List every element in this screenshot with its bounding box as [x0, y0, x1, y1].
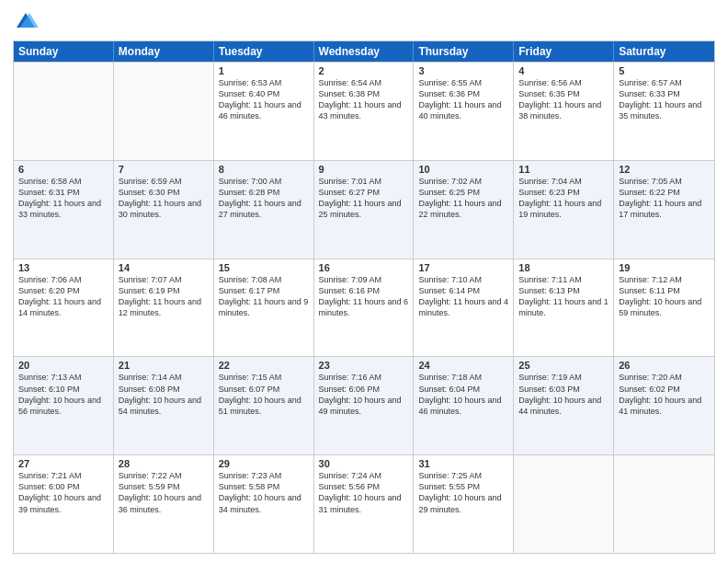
- cell-info: Sunrise: 7:07 AM Sunset: 6:19 PM Dayligh…: [119, 274, 209, 319]
- day-number: 28: [119, 458, 209, 469]
- calendar-cell: 16Sunrise: 7:09 AM Sunset: 6:16 PM Dayli…: [314, 259, 415, 357]
- calendar: SundayMondayTuesdayWednesdayThursdayFrid…: [13, 40, 715, 554]
- day-number: 23: [319, 360, 409, 371]
- calendar-cell: 22Sunrise: 7:15 AM Sunset: 6:07 PM Dayli…: [214, 357, 314, 454]
- day-number: 16: [319, 262, 409, 273]
- cell-info: Sunrise: 7:18 AM Sunset: 6:04 PM Dayligh…: [418, 372, 508, 417]
- calendar-cell: 21Sunrise: 7:14 AM Sunset: 6:08 PM Dayli…: [114, 357, 214, 454]
- calendar-cell: 1Sunrise: 6:53 AM Sunset: 6:40 PM Daylig…: [214, 63, 314, 160]
- calendar-cell: 7Sunrise: 6:59 AM Sunset: 6:30 PM Daylig…: [114, 161, 214, 259]
- cell-info: Sunrise: 7:23 AM Sunset: 5:58 PM Dayligh…: [219, 470, 309, 515]
- calendar-cell: 20Sunrise: 7:13 AM Sunset: 6:10 PM Dayli…: [14, 357, 114, 454]
- day-number: 8: [219, 164, 309, 175]
- calendar-cell: 5Sunrise: 6:57 AM Sunset: 6:33 PM Daylig…: [614, 63, 714, 160]
- day-number: 21: [119, 360, 209, 371]
- cell-info: Sunrise: 7:11 AM Sunset: 6:13 PM Dayligh…: [518, 274, 609, 319]
- weekday-header: Thursday: [414, 41, 514, 62]
- day-number: 15: [219, 262, 309, 273]
- calendar-cell: 24Sunrise: 7:18 AM Sunset: 6:04 PM Dayli…: [414, 357, 514, 454]
- calendar-body: 1Sunrise: 6:53 AM Sunset: 6:40 PM Daylig…: [14, 62, 714, 553]
- calendar-cell: 26Sunrise: 7:20 AM Sunset: 6:02 PM Dayli…: [614, 357, 714, 454]
- calendar-cell: 29Sunrise: 7:23 AM Sunset: 5:58 PM Dayli…: [214, 455, 314, 553]
- cell-info: Sunrise: 6:55 AM Sunset: 6:36 PM Dayligh…: [418, 77, 508, 122]
- cell-info: Sunrise: 7:06 AM Sunset: 6:20 PM Dayligh…: [18, 274, 108, 319]
- calendar-cell: 23Sunrise: 7:16 AM Sunset: 6:06 PM Dayli…: [314, 357, 415, 454]
- calendar-cell: 11Sunrise: 7:04 AM Sunset: 6:23 PM Dayli…: [514, 161, 614, 259]
- weekday-header: Wednesday: [314, 41, 415, 62]
- cell-info: Sunrise: 7:16 AM Sunset: 6:06 PM Dayligh…: [319, 372, 409, 417]
- calendar-row: 13Sunrise: 7:06 AM Sunset: 6:20 PM Dayli…: [14, 259, 714, 357]
- weekday-header: Saturday: [614, 41, 714, 62]
- cell-info: Sunrise: 7:05 AM Sunset: 6:22 PM Dayligh…: [619, 176, 710, 221]
- logo-icon: [13, 9, 39, 35]
- calendar-cell: 30Sunrise: 7:24 AM Sunset: 5:56 PM Dayli…: [314, 455, 415, 553]
- calendar-cell: 18Sunrise: 7:11 AM Sunset: 6:13 PM Dayli…: [514, 259, 614, 357]
- calendar-cell: 6Sunrise: 6:58 AM Sunset: 6:31 PM Daylig…: [14, 161, 114, 259]
- calendar-row: 27Sunrise: 7:21 AM Sunset: 6:00 PM Dayli…: [14, 454, 714, 553]
- calendar-cell: 14Sunrise: 7:07 AM Sunset: 6:19 PM Dayli…: [114, 259, 214, 357]
- calendar-cell: [614, 455, 714, 553]
- cell-info: Sunrise: 7:13 AM Sunset: 6:10 PM Dayligh…: [18, 372, 108, 417]
- calendar-row: 6Sunrise: 6:58 AM Sunset: 6:31 PM Daylig…: [14, 160, 714, 259]
- calendar-cell: 25Sunrise: 7:19 AM Sunset: 6:03 PM Dayli…: [514, 357, 614, 454]
- day-number: 12: [619, 164, 710, 175]
- calendar-cell: [514, 455, 614, 553]
- day-number: 13: [18, 262, 108, 273]
- calendar-header: SundayMondayTuesdayWednesdayThursdayFrid…: [14, 41, 714, 62]
- day-number: 5: [619, 65, 710, 76]
- calendar-cell: 4Sunrise: 6:56 AM Sunset: 6:35 PM Daylig…: [514, 63, 614, 160]
- day-number: 17: [418, 262, 508, 273]
- day-number: 24: [418, 360, 508, 371]
- calendar-cell: [114, 63, 214, 160]
- page: SundayMondayTuesdayWednesdayThursdayFrid…: [0, 0, 728, 563]
- cell-info: Sunrise: 7:22 AM Sunset: 5:59 PM Dayligh…: [119, 470, 209, 515]
- cell-info: Sunrise: 6:53 AM Sunset: 6:40 PM Dayligh…: [219, 77, 309, 122]
- calendar-cell: 17Sunrise: 7:10 AM Sunset: 6:14 PM Dayli…: [414, 259, 514, 357]
- logo: [13, 9, 42, 35]
- cell-info: Sunrise: 7:08 AM Sunset: 6:17 PM Dayligh…: [219, 274, 309, 319]
- calendar-cell: 2Sunrise: 6:54 AM Sunset: 6:38 PM Daylig…: [314, 63, 415, 160]
- calendar-cell: 27Sunrise: 7:21 AM Sunset: 6:00 PM Dayli…: [14, 455, 114, 553]
- weekday-header: Tuesday: [214, 41, 314, 62]
- calendar-row: 1Sunrise: 6:53 AM Sunset: 6:40 PM Daylig…: [14, 62, 714, 160]
- weekday-header: Monday: [114, 41, 214, 62]
- cell-info: Sunrise: 7:15 AM Sunset: 6:07 PM Dayligh…: [219, 372, 309, 417]
- day-number: 26: [619, 360, 710, 371]
- calendar-row: 20Sunrise: 7:13 AM Sunset: 6:10 PM Dayli…: [14, 356, 714, 454]
- calendar-cell: [14, 63, 114, 160]
- cell-info: Sunrise: 7:10 AM Sunset: 6:14 PM Dayligh…: [418, 274, 508, 319]
- cell-info: Sunrise: 6:59 AM Sunset: 6:30 PM Dayligh…: [119, 176, 209, 221]
- day-number: 4: [518, 65, 609, 76]
- calendar-cell: 13Sunrise: 7:06 AM Sunset: 6:20 PM Dayli…: [14, 259, 114, 357]
- day-number: 10: [418, 164, 508, 175]
- weekday-header: Friday: [514, 41, 614, 62]
- calendar-cell: 31Sunrise: 7:25 AM Sunset: 5:55 PM Dayli…: [414, 455, 514, 553]
- day-number: 31: [418, 458, 508, 469]
- day-number: 11: [518, 164, 609, 175]
- cell-info: Sunrise: 7:02 AM Sunset: 6:25 PM Dayligh…: [418, 176, 508, 221]
- calendar-cell: 28Sunrise: 7:22 AM Sunset: 5:59 PM Dayli…: [114, 455, 214, 553]
- day-number: 2: [319, 65, 409, 76]
- day-number: 30: [319, 458, 409, 469]
- day-number: 3: [418, 65, 508, 76]
- day-number: 27: [18, 458, 108, 469]
- calendar-cell: 15Sunrise: 7:08 AM Sunset: 6:17 PM Dayli…: [214, 259, 314, 357]
- calendar-cell: 3Sunrise: 6:55 AM Sunset: 6:36 PM Daylig…: [414, 63, 514, 160]
- day-number: 6: [18, 164, 108, 175]
- cell-info: Sunrise: 7:14 AM Sunset: 6:08 PM Dayligh…: [119, 372, 209, 417]
- cell-info: Sunrise: 7:24 AM Sunset: 5:56 PM Dayligh…: [319, 470, 409, 515]
- cell-info: Sunrise: 7:04 AM Sunset: 6:23 PM Dayligh…: [518, 176, 609, 221]
- calendar-cell: 12Sunrise: 7:05 AM Sunset: 6:22 PM Dayli…: [614, 161, 714, 259]
- calendar-cell: 10Sunrise: 7:02 AM Sunset: 6:25 PM Dayli…: [414, 161, 514, 259]
- calendar-cell: 9Sunrise: 7:01 AM Sunset: 6:27 PM Daylig…: [314, 161, 415, 259]
- calendar-cell: 19Sunrise: 7:12 AM Sunset: 6:11 PM Dayli…: [614, 259, 714, 357]
- cell-info: Sunrise: 7:12 AM Sunset: 6:11 PM Dayligh…: [619, 274, 710, 319]
- day-number: 20: [18, 360, 108, 371]
- calendar-cell: 8Sunrise: 7:00 AM Sunset: 6:28 PM Daylig…: [214, 161, 314, 259]
- cell-info: Sunrise: 7:21 AM Sunset: 6:00 PM Dayligh…: [18, 470, 108, 515]
- day-number: 1: [219, 65, 309, 76]
- cell-info: Sunrise: 7:01 AM Sunset: 6:27 PM Dayligh…: [319, 176, 409, 221]
- day-number: 14: [119, 262, 209, 273]
- day-number: 22: [219, 360, 309, 371]
- day-number: 19: [619, 262, 710, 273]
